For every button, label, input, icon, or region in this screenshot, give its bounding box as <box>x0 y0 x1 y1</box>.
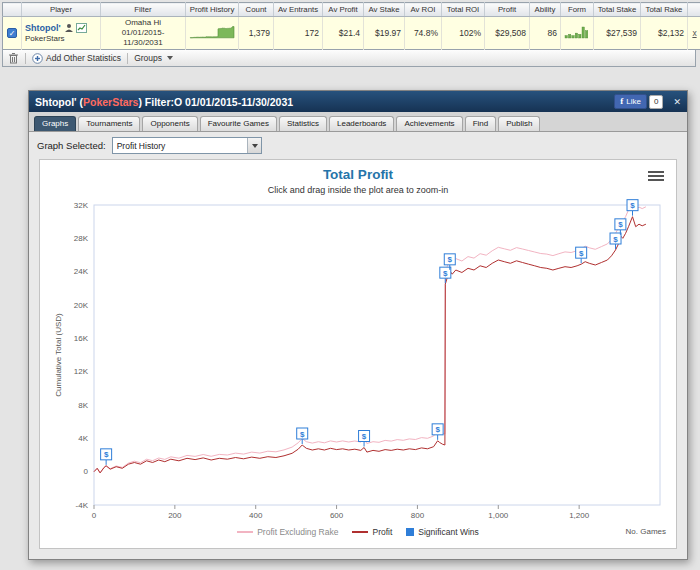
svg-text:$: $ <box>630 201 635 210</box>
window-title: Shtopol' (PokerStars) Filter:O 01/01/201… <box>35 96 608 108</box>
title-network: PokerStars <box>83 96 138 108</box>
column-header-form[interactable]: Form <box>561 3 594 17</box>
filter-line-3: 11/30/2031 <box>104 38 182 48</box>
svg-text:4K: 4K <box>78 434 88 443</box>
svg-text:800: 800 <box>411 511 425 520</box>
graph-selected-label: Graph Selected: <box>37 140 106 151</box>
column-header-profit[interactable]: Profit <box>485 3 530 17</box>
legend-label: Profit <box>372 527 392 537</box>
chart-plot-area[interactable]: -4K04K8K12K16K20K24K28K32K02004006008001… <box>50 199 666 523</box>
toolbar-separator <box>25 53 26 64</box>
facebook-icon: f <box>620 96 623 106</box>
window-titlebar: Shtopol' (PokerStars) Filter:O 01/01/201… <box>29 91 687 112</box>
form-sparkline[interactable] <box>564 26 590 39</box>
tab-achievements[interactable]: Achievements <box>396 116 462 131</box>
column-header-av-entrants[interactable]: Av Entrants <box>274 3 323 17</box>
count-cell: 1,379 <box>239 17 274 50</box>
plus-icon <box>32 53 43 64</box>
graph-select[interactable]: Profit History <box>112 137 262 154</box>
player-graph-icon[interactable] <box>76 23 87 33</box>
legend-item-profit[interactable]: Profit <box>352 527 392 537</box>
column-header-filter[interactable]: Filter <box>101 3 186 17</box>
column-header-total-stake[interactable]: Total Stake <box>594 3 641 17</box>
player-site-label: PokerStars <box>25 34 97 43</box>
tab-statistics[interactable]: Statistics <box>279 116 327 131</box>
av-roi-cell: 74.8% <box>405 17 442 50</box>
svg-text:32K: 32K <box>74 201 89 210</box>
row-checkbox[interactable]: ✓ <box>7 28 17 38</box>
total-roi-cell: 102% <box>442 17 485 50</box>
delete-icon[interactable] <box>8 52 19 64</box>
svg-text:1,200: 1,200 <box>569 511 590 520</box>
graph-select-value: Profit History <box>117 141 166 151</box>
toolbar-separator-2 <box>127 53 128 64</box>
legend-item-significant-wins[interactable]: Significant Wins <box>406 527 478 537</box>
stats-table-panel: Player Filter Profit History Count Av En… <box>2 2 696 67</box>
svg-text:$: $ <box>435 425 440 434</box>
tab-graphs[interactable]: Graphs <box>34 116 76 131</box>
svg-text:-4K: -4K <box>76 501 89 510</box>
svg-text:1,000: 1,000 <box>488 511 509 520</box>
tab-favourite-games[interactable]: Favourite Games <box>200 116 277 131</box>
svg-text:600: 600 <box>330 511 344 520</box>
svg-text:$: $ <box>579 249 584 258</box>
legend-label: Significant Wins <box>418 527 478 537</box>
svg-text:$: $ <box>448 255 453 264</box>
groups-dropdown[interactable]: Groups <box>134 53 173 63</box>
svg-text:$: $ <box>104 450 109 459</box>
svg-text:400: 400 <box>249 511 263 520</box>
table-toolbar: Add Other Statistics Groups <box>2 50 696 67</box>
total-rake-cell: $2,132 <box>641 17 688 50</box>
column-header-player[interactable]: Player <box>22 3 101 17</box>
column-header-count[interactable]: Count <box>239 3 274 17</box>
player-link[interactable]: Shtopol' <box>25 23 61 33</box>
svg-text:$: $ <box>362 432 367 441</box>
column-header-remove <box>688 3 700 17</box>
svg-text:$: $ <box>300 430 305 439</box>
svg-text:200: 200 <box>168 511 182 520</box>
svg-text:24K: 24K <box>74 267 89 276</box>
table-header-row: Player Filter Profit History Count Av En… <box>3 3 700 17</box>
tab-opponents[interactable]: Opponents <box>142 116 197 131</box>
chart-legend: Profit Excluding Rake Profit Significant… <box>40 525 676 539</box>
av-stake-cell: $19.97 <box>364 17 405 50</box>
groups-label: Groups <box>134 53 162 63</box>
tab-tournaments[interactable]: Tournaments <box>78 116 140 131</box>
column-header-av-roi[interactable]: Av ROI <box>405 3 442 17</box>
svg-text:$: $ <box>443 269 448 278</box>
legend-swatch-square <box>406 528 414 536</box>
column-header-select[interactable] <box>3 3 22 17</box>
tab-find[interactable]: Find <box>465 116 497 131</box>
av-profit-cell: $21.4 <box>323 17 364 50</box>
filter-line-2: 01/01/2015- <box>104 28 182 38</box>
facebook-like-button[interactable]: f Like <box>614 94 647 109</box>
svg-text:$: $ <box>618 220 623 229</box>
legend-label: Profit Excluding Rake <box>257 527 338 537</box>
svg-text:0: 0 <box>84 467 89 476</box>
av-entrants-cell: 172 <box>274 17 323 50</box>
remove-row-button[interactable]: x <box>692 28 696 38</box>
add-other-statistics-label: Add Other Statistics <box>46 53 121 63</box>
legend-item-profit-excluding-rake[interactable]: Profit Excluding Rake <box>237 527 338 537</box>
like-count-badge: 0 <box>649 95 663 109</box>
filter-cell: Omaha Hi 01/01/2015- 11/30/2031 <box>101 17 186 50</box>
column-header-profit-history[interactable]: Profit History <box>186 3 239 17</box>
column-header-av-stake[interactable]: Av Stake <box>364 3 405 17</box>
profit-cell: $29,508 <box>485 17 530 50</box>
close-icon[interactable]: ✕ <box>673 97 681 107</box>
tab-publish[interactable]: Publish <box>498 116 540 131</box>
tab-leaderboards[interactable]: Leaderboards <box>329 116 394 131</box>
add-other-statistics-button[interactable]: Add Other Statistics <box>32 53 121 64</box>
column-header-total-roi[interactable]: Total ROI <box>442 3 485 17</box>
column-header-total-rake[interactable]: Total Rake <box>641 3 688 17</box>
column-header-ability[interactable]: Ability <box>530 3 561 17</box>
profit-history-sparkline[interactable] <box>189 25 235 39</box>
column-header-av-profit[interactable]: Av Profit <box>323 3 364 17</box>
player-stats-table: Player Filter Profit History Count Av En… <box>2 2 700 50</box>
player-notes-icon[interactable] <box>64 23 74 33</box>
facebook-like-widget: f Like 0 <box>614 94 663 109</box>
filter-line-1: Omaha Hi <box>104 18 182 28</box>
chart-context-menu-icon[interactable] <box>648 169 664 183</box>
like-label: Like <box>626 97 641 106</box>
graph-selector-row: Graph Selected: Profit History <box>29 132 687 158</box>
